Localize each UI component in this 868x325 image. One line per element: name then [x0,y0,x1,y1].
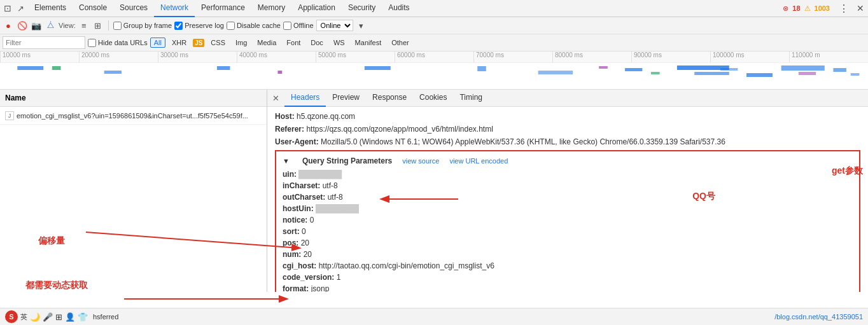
offline-label[interactable]: Offline [283,22,314,30]
group-view-button[interactable]: ⊞ [92,20,104,31]
ruler-mark-3: 30000 ms [158,52,237,62]
filter-xhr-button[interactable]: XHR [168,38,190,48]
tab-application[interactable]: Application [291,0,342,17]
filter-manifest-button[interactable]: Manifest [351,38,386,48]
list-view-button[interactable]: ≡ [78,20,90,31]
hide-data-urls-label[interactable]: Hide data URLs [88,39,148,47]
devtools-window: ⊡ ↗ Elements Console Sources Network Per… [0,0,868,325]
ruler-mark-2: 20000 ms [79,52,158,62]
devtools-dock-icon[interactable]: ⊡ [3,3,13,13]
clear-button[interactable]: 🚫 [17,20,28,31]
svg-rect-1 [52,66,61,70]
timeline-area: 10000 ms 20000 ms 30000 ms 40000 ms 5000… [0,52,868,90]
svg-rect-6 [477,66,486,71]
detail-tab-cookies[interactable]: Cookies [413,90,453,107]
filter-ws-button[interactable]: WS [330,38,349,48]
offline-checkbox[interactable] [283,22,291,30]
details-close-button[interactable]: ✕ [272,93,279,103]
name-column-header: Name [5,93,26,102]
ruler-mark-5: 50000 ms [316,52,395,62]
svg-rect-7 [538,71,573,74]
filter-button[interactable]: ⧊ [45,20,56,31]
filter-all-button[interactable]: All [150,38,165,48]
offline-text: Offline [293,22,314,29]
svg-rect-12 [694,72,729,75]
input-method-icon[interactable]: S [5,310,18,323]
tab-network[interactable]: Network [154,0,195,17]
view-label: View: [59,22,76,29]
details-content[interactable]: Host: h5.qzone.qq.com Referer: https://q… [267,107,868,292]
detail-tab-headers[interactable]: Headers [284,90,326,107]
throttle-dropdown[interactable]: ▾ [356,20,367,31]
param-incharset: inCharset: utf-8 [283,181,853,191]
detail-tab-preview[interactable]: Preview [326,90,366,107]
tab-audits[interactable]: Audits [382,0,416,17]
tab-memory[interactable]: Memory [251,0,291,17]
devtools-tab-bar: ⊡ ↗ Elements Console Sources Network Per… [0,0,868,17]
useragent-key: User-Agent: [275,137,319,146]
capture-screenshot-button[interactable]: 📷 [31,20,42,31]
param-cgihost: cgi_host: http://taotao.qq.com/cgi-bin/e… [283,261,853,272]
request-file-icon: J [5,111,14,120]
filter-input[interactable] [3,36,85,49]
useragent-row: User-Agent: Mozilla/5.0 (Windows NT 6.1;… [275,136,860,148]
detail-tab-response[interactable]: Response [366,90,413,107]
moon-icon: 🌙 [30,312,40,322]
tab-sources[interactable]: Sources [113,0,154,17]
bottom-url: /blog.csdn.net/qq_41359051 [774,313,863,321]
disable-cache-checkbox[interactable] [227,22,235,30]
query-string-header: ▼ Query String Parameters view source vi… [283,156,853,165]
devtools-menu-icon[interactable]: ⋮ [835,3,853,15]
hide-data-urls-checkbox[interactable] [88,39,96,47]
filter-doc-button[interactable]: Doc [307,38,327,48]
details-panel: ✕ Headers Preview Response Cookies Timin… [267,90,868,292]
tab-security[interactable]: Security [342,0,382,17]
svg-rect-8 [599,66,608,69]
param-num: num: 20 [283,249,853,260]
filter-font-button[interactable]: Font [283,38,304,48]
preserve-log-label[interactable]: Preserve log [174,22,224,30]
referer-key: Referer: [275,125,304,134]
devtools-inspect-icon[interactable]: ↗ [15,3,25,13]
filter-other-button[interactable]: Other [388,38,413,48]
ruler-mark-10: 100000 ms [710,52,789,62]
detail-tab-timing[interactable]: Timing [453,90,489,107]
request-list-header: Name [0,90,267,107]
request-item[interactable]: J emotion_cgi_msglist_v6?uin=1596861509&… [0,107,267,125]
group-by-frame-checkbox[interactable] [113,22,122,30]
param-hostuin: hostUin: ████████ [283,204,853,214]
svg-rect-14 [746,73,773,77]
param-codeversion: code_version: 1 [283,272,853,283]
param-outcharset: outCharset: utf-8 [283,192,853,203]
filter-img-button[interactable]: Img [232,38,251,48]
shirt-icon: 👕 [78,312,88,322]
record-button[interactable]: ● [3,20,14,31]
tab-elements[interactable]: Elements [28,0,73,17]
disable-cache-label[interactable]: Disable cache [227,22,281,30]
group-by-frame-label[interactable]: Group by frame [113,22,172,30]
group-by-frame-text: Group by frame [123,22,172,29]
param-sort: sort: 0 [283,226,853,237]
throttle-select[interactable]: Online [316,20,353,31]
ruler-mark-9: 90000 ms [631,52,710,62]
host-key: Host: [275,112,295,121]
toolbar-divider-1 [108,20,109,31]
param-format: format: jsonp [283,284,853,292]
preserve-log-checkbox[interactable] [174,22,183,30]
status-icons: S 英 🌙 🎤 ⊞ 👤 👕 [5,310,88,323]
devtools-close-icon[interactable]: ✕ [853,3,868,13]
filter-media-button[interactable]: Media [253,38,280,48]
tab-console[interactable]: Console [73,0,113,17]
svg-rect-9 [625,68,642,71]
tab-performance[interactable]: Performance [195,0,251,17]
filter-css-button[interactable]: CSS [207,38,229,48]
svg-rect-15 [781,66,825,71]
request-name: emotion_cgi_msglist_v6?uin=1596861509&in… [17,112,248,120]
view-source-link[interactable]: view source [402,157,439,165]
details-tabs: ✕ Headers Preview Response Cookies Timin… [267,90,868,107]
request-panel: Name J emotion_cgi_msglist_v6?uin=159686… [0,90,267,292]
ruler-mark-1: 10000 ms [0,52,79,62]
param-uin: uin: ████████ [283,169,853,180]
warning-count: 1003 [815,4,830,12]
view-url-encoded-link[interactable]: view URL encoded [449,157,508,165]
